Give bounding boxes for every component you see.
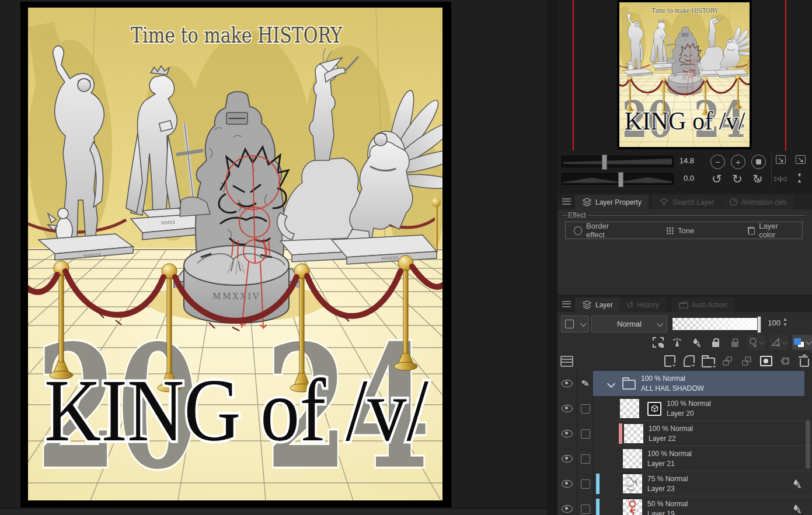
layer-row[interactable]: 100 % Normal Layer 21 xyxy=(557,446,812,471)
artwork[interactable]: MMXIX MMXX xyxy=(28,8,442,500)
panel-menu-icon[interactable] xyxy=(562,198,571,205)
checkbox-icon xyxy=(581,454,590,464)
layer-blend-label: 100 % Normal xyxy=(641,374,704,384)
flip-vertical-button[interactable]: ▼▲ xyxy=(797,173,802,184)
tab-layer-label: Layer xyxy=(595,301,613,309)
rotation-value[interactable]: 0.0 xyxy=(667,174,694,183)
layer-row[interactable]: 50 % Normal Layer 19 xyxy=(557,496,812,515)
layer-color-button[interactable]: Layer color xyxy=(740,222,802,239)
zoom-slider[interactable] xyxy=(562,156,674,167)
layer-name: Layer 21 xyxy=(647,459,692,469)
rotation-slider[interactable] xyxy=(562,173,674,185)
rotate-right-button[interactable]: ↻ xyxy=(732,173,743,185)
tab-history[interactable]: ↺ History xyxy=(619,297,666,312)
layer-tab-icon xyxy=(582,300,592,309)
edit-target-cell[interactable] xyxy=(577,396,593,421)
lock-layer-button[interactable] xyxy=(708,335,723,349)
apply-mask-button[interactable] xyxy=(778,354,793,368)
lock-icon xyxy=(712,342,719,347)
create-layer-mask-button[interactable] xyxy=(758,354,773,368)
tab-animation-cels-label: Animation cels xyxy=(741,198,787,206)
zoom-slider-handle[interactable] xyxy=(602,155,607,170)
lighthouse-icon xyxy=(672,337,682,348)
reset-rotation-button[interactable]: ↻ xyxy=(752,173,763,185)
visibility-cell[interactable] xyxy=(557,396,577,421)
opacity-value[interactable]: 100 xyxy=(763,318,780,327)
canvas-viewport[interactable]: MMXIX MMXX xyxy=(0,0,547,515)
layer-panel-view-button[interactable] xyxy=(559,354,574,368)
chevron-down-icon[interactable] xyxy=(607,379,615,387)
trash-icon xyxy=(800,359,809,367)
tab-search-layer[interactable]: Search Layer xyxy=(652,195,721,209)
draft-layer-button[interactable] xyxy=(689,335,704,349)
animation-cels-icon xyxy=(729,198,738,206)
tone-button[interactable]: Tone xyxy=(658,222,702,239)
visibility-cell[interactable] xyxy=(557,421,577,446)
tab-layer-property[interactable]: Layer Property xyxy=(575,195,649,209)
blend-mode-value: Normal xyxy=(617,320,642,328)
layer-blend-label: 75 % Normal xyxy=(647,474,688,484)
layer-thumbnail[interactable] xyxy=(623,449,642,468)
mask-visibility-icon xyxy=(748,338,759,347)
layer-list-scrollbar[interactable] xyxy=(806,371,810,515)
fit-to-screen-button[interactable]: ↘ xyxy=(796,155,806,164)
layer-row-folder[interactable]: ✎ 100 % Normal ALL HAIL SHADOW xyxy=(557,371,812,396)
opacity-spinner[interactable]: ▲▼ xyxy=(783,317,787,327)
zoom-in-button[interactable]: + xyxy=(731,155,745,169)
status-bar xyxy=(0,508,547,515)
navigator-preview[interactable] xyxy=(617,0,752,149)
layer-tabbar: Layer ↺ History Auto Action xyxy=(557,296,812,312)
edit-target-cell[interactable]: ✎ xyxy=(577,371,593,396)
layer-row[interactable]: 75 % Normal Layer 23 xyxy=(557,471,812,496)
scrollbar-thumb[interactable] xyxy=(806,420,810,469)
edit-target-cell[interactable] xyxy=(577,496,593,515)
flip-horizontal-button[interactable]: ▷|◁ xyxy=(775,175,786,183)
edit-target-cell[interactable] xyxy=(577,421,593,446)
lock-transparent-pixels-button[interactable] xyxy=(727,335,743,349)
edit-target-cell[interactable] xyxy=(577,471,593,496)
blend-mode-dropdown[interactable]: Normal xyxy=(591,316,667,332)
layer-thumbnail[interactable] xyxy=(624,424,643,443)
zoom-out-button[interactable]: − xyxy=(710,155,725,169)
layer-color-swatch-dropdown[interactable] xyxy=(792,335,812,350)
palette-color-dropdown[interactable] xyxy=(561,316,589,332)
transfer-to-lower-layer-button[interactable] xyxy=(720,354,735,368)
clip-to-layer-below-button[interactable] xyxy=(650,335,665,349)
layer-row[interactable]: 100 % Normal Layer 22 xyxy=(557,421,812,446)
layer-blend-label: 100 % Normal xyxy=(647,449,692,459)
tab-auto-action[interactable]: Auto Action xyxy=(672,297,734,312)
visibility-cell[interactable] xyxy=(557,496,577,515)
ruler-visibility-dropdown[interactable] xyxy=(769,335,788,350)
zoom-reset-button[interactable] xyxy=(751,155,766,169)
edit-target-cell[interactable] xyxy=(577,446,593,471)
mask-visibility-dropdown[interactable] xyxy=(747,335,765,350)
navigator-panel: 14.8 − + ↘ ↘ 0.0 ↺ ↻ ↻ ▷|◁ ▼▲ xyxy=(557,0,812,194)
layer-thumbnail[interactable] xyxy=(623,474,642,493)
panel-divider[interactable] xyxy=(547,0,557,515)
layer-thumbnail[interactable] xyxy=(623,499,642,515)
new-layer-dialog-button[interactable]: + xyxy=(681,354,696,368)
new-raster-layer-button[interactable]: + xyxy=(662,354,677,368)
opacity-slider[interactable] xyxy=(672,317,761,331)
document-canvas[interactable]: MMXIX MMXX xyxy=(20,2,451,507)
rotation-slider-handle[interactable] xyxy=(618,172,623,187)
visibility-cell[interactable] xyxy=(557,446,577,471)
rotate-left-button[interactable]: ↺ xyxy=(712,173,722,185)
layer-panel-menu-icon[interactable] xyxy=(562,301,571,307)
delete-layer-button[interactable] xyxy=(797,354,812,368)
visibility-cell[interactable] xyxy=(557,471,577,496)
checkbox-icon xyxy=(581,404,590,414)
tab-animation-cels[interactable]: Animation cels xyxy=(722,195,794,209)
visibility-cell[interactable] xyxy=(557,371,577,396)
tab-layer[interactable]: Layer xyxy=(575,297,620,312)
fit-to-navigator-button[interactable]: ↘ xyxy=(776,155,786,164)
border-effect-button[interactable]: Border effect xyxy=(566,222,635,239)
draft-layer-indicator-icon xyxy=(791,503,803,515)
zoom-value[interactable]: 14.8 xyxy=(667,156,694,165)
layer-row[interactable]: 100 % Normal Layer 20 xyxy=(557,396,812,421)
reference-layer-button[interactable] xyxy=(670,335,685,349)
layer-thumbnail[interactable] xyxy=(620,399,639,418)
new-folder-button[interactable]: + xyxy=(701,354,716,368)
opacity-slider-handle[interactable] xyxy=(757,316,761,333)
merge-to-lower-layer-button[interactable] xyxy=(739,354,754,368)
